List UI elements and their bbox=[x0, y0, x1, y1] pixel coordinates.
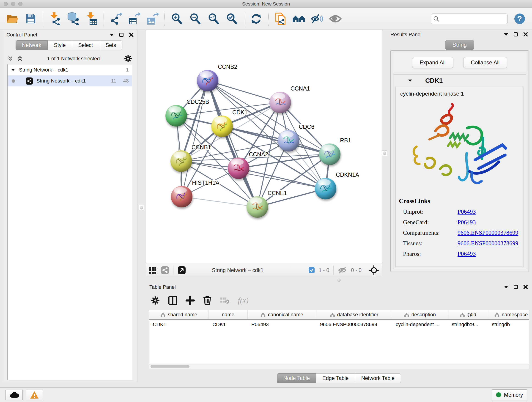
add-column-icon[interactable] bbox=[186, 296, 195, 305]
function-builder-icon[interactable]: f(x) bbox=[238, 296, 249, 305]
table-row[interactable]: CDK1CDK1P064939606.ENSP00000378699cyclin… bbox=[149, 320, 529, 329]
table-cell[interactable]: stringdb:9... bbox=[448, 320, 488, 329]
table-hscrollbar[interactable] bbox=[149, 364, 529, 369]
panel-float-icon[interactable] bbox=[119, 33, 123, 37]
tab-string[interactable]: String bbox=[445, 40, 474, 50]
grid-view-icon[interactable] bbox=[149, 266, 157, 274]
network-node-CCNB2[interactable] bbox=[197, 70, 218, 91]
table-cell[interactable]: P06493 bbox=[248, 320, 317, 329]
left-splitter-handle[interactable] bbox=[139, 205, 144, 211]
network-node-CCNA2[interactable] bbox=[228, 157, 249, 179]
network-node-CCNE1[interactable] bbox=[247, 196, 268, 218]
network-node-CDK1[interactable] bbox=[211, 115, 233, 137]
crosslink-link[interactable]: 9606.ENSP00000378699 bbox=[457, 230, 518, 236]
table-cell[interactable]: CDK1 bbox=[149, 320, 209, 329]
string-view-icon[interactable] bbox=[161, 266, 169, 274]
tab-network-table[interactable]: Network Table bbox=[355, 373, 401, 383]
export-image-icon[interactable] bbox=[146, 12, 159, 26]
export-network-icon[interactable] bbox=[109, 12, 122, 26]
tab-select[interactable]: Select bbox=[72, 40, 99, 50]
network-node-CDC6[interactable] bbox=[278, 130, 299, 152]
panel-menu-caret-icon[interactable] bbox=[504, 33, 508, 36]
import-network-file-icon[interactable] bbox=[49, 12, 61, 26]
tab-sets[interactable]: Sets bbox=[99, 40, 122, 50]
collapse-all-button[interactable]: Collapse All bbox=[463, 57, 507, 68]
selected-checkbox-icon[interactable] bbox=[309, 267, 315, 273]
panel-close-icon[interactable] bbox=[523, 32, 528, 37]
export-table-icon[interactable] bbox=[128, 12, 141, 26]
column-header-description[interactable]: description bbox=[392, 310, 448, 319]
column-header--id[interactable]: @id bbox=[448, 310, 488, 319]
network-node-RB1[interactable] bbox=[319, 143, 341, 165]
crosshair-icon[interactable] bbox=[369, 265, 379, 275]
save-session-icon[interactable] bbox=[24, 12, 37, 26]
panel-menu-caret-icon[interactable] bbox=[504, 286, 508, 288]
first-neighbors-icon[interactable] bbox=[292, 12, 305, 26]
network-node-CDKN1A[interactable] bbox=[315, 178, 336, 199]
panel-close-icon[interactable] bbox=[523, 285, 528, 289]
table-cell[interactable]: cyclin-dependent ... bbox=[392, 320, 448, 329]
panel-float-icon[interactable] bbox=[514, 285, 518, 289]
table-cell[interactable]: stringdb bbox=[488, 320, 529, 329]
tree-expand-caret-icon[interactable] bbox=[11, 69, 15, 71]
warnings-button[interactable] bbox=[26, 390, 43, 400]
crosslink-link[interactable]: P06493 bbox=[457, 219, 476, 226]
zoom-out-icon[interactable] bbox=[189, 12, 202, 26]
open-file-icon[interactable] bbox=[6, 12, 19, 26]
column-header-database-identifier[interactable]: database identifier bbox=[317, 310, 392, 319]
crosslink-link[interactable]: P06493 bbox=[457, 250, 476, 257]
collapse-all-icon[interactable] bbox=[7, 56, 13, 62]
memory-button[interactable]: Memory bbox=[492, 389, 527, 400]
crosslink-link[interactable]: 9606.ENSP00000378699 bbox=[457, 240, 518, 247]
expand-all-icon[interactable] bbox=[17, 56, 23, 62]
network-node-HIST1H1A[interactable] bbox=[171, 186, 192, 207]
network-edge[interactable] bbox=[182, 197, 257, 207]
panel-float-icon[interactable] bbox=[514, 32, 518, 36]
table-cell[interactable]: CDK1 bbox=[209, 320, 248, 329]
column-header-namespace[interactable]: namespace bbox=[488, 310, 529, 319]
column-header-shared-name[interactable]: shared name bbox=[149, 310, 209, 319]
tab-style[interactable]: Style bbox=[48, 40, 72, 50]
expand-all-button[interactable]: Expand All bbox=[412, 57, 453, 68]
entry-collapse-caret-icon[interactable] bbox=[408, 80, 412, 82]
new-network-from-selection-icon[interactable] bbox=[274, 12, 287, 26]
network-node-CDC25B[interactable] bbox=[165, 105, 187, 127]
search-box[interactable] bbox=[431, 13, 508, 24]
table-settings-gear-icon[interactable] bbox=[151, 296, 160, 305]
show-all-eye-icon[interactable] bbox=[329, 12, 342, 26]
zoom-selected-icon[interactable] bbox=[225, 12, 238, 26]
column-header-canonical-name[interactable]: canonical name bbox=[248, 310, 317, 319]
protein-entry-header[interactable]: CDK1 bbox=[393, 75, 526, 87]
horizontal-splitter-handle[interactable] bbox=[336, 277, 342, 283]
network-row[interactable]: String Network – cdk1 11 48 bbox=[7, 75, 132, 86]
window-zoom-light[interactable] bbox=[18, 2, 22, 6]
hidden-eye-icon[interactable] bbox=[338, 267, 347, 274]
import-network-database-icon[interactable] bbox=[67, 12, 80, 26]
zoom-in-icon[interactable] bbox=[171, 12, 183, 26]
network-collection-row[interactable]: String Network – cdk1 1 bbox=[7, 64, 132, 75]
window-minimize-light[interactable] bbox=[11, 2, 15, 6]
column-header-name[interactable]: name bbox=[209, 310, 248, 319]
network-edge[interactable] bbox=[208, 81, 280, 102]
node-table[interactable]: shared namenamecanonical namedatabase id… bbox=[149, 310, 529, 369]
hide-selected-eye-icon[interactable] bbox=[311, 12, 323, 26]
search-input[interactable] bbox=[441, 16, 503, 22]
tab-edge-table[interactable]: Edge Table bbox=[316, 373, 355, 383]
tab-network[interactable]: Network bbox=[16, 40, 48, 50]
tab-node-table[interactable]: Node Table bbox=[277, 373, 316, 383]
open-in-window-icon[interactable] bbox=[177, 266, 186, 274]
hscrollbar-thumb[interactable] bbox=[151, 365, 190, 368]
window-close-light[interactable] bbox=[4, 2, 8, 6]
table-cell[interactable]: 9606.ENSP00000378699 bbox=[317, 320, 392, 329]
delete-table-icon[interactable] bbox=[220, 297, 230, 304]
network-canvas[interactable]: CCNB2CCNA1CDC25BCDK1CDC6RB1CCNB1CCNA2CDK… bbox=[146, 30, 382, 264]
delete-column-trash-icon[interactable] bbox=[203, 295, 212, 306]
help-icon[interactable]: ? bbox=[513, 12, 526, 26]
zoom-fit-icon[interactable] bbox=[207, 12, 220, 26]
show-columns-icon[interactable] bbox=[168, 296, 177, 305]
gear-icon[interactable] bbox=[124, 55, 132, 63]
panel-close-icon[interactable] bbox=[129, 32, 133, 37]
network-node-CCNA1[interactable] bbox=[269, 92, 291, 113]
crosslink-link[interactable]: P06493 bbox=[457, 208, 476, 215]
import-table-file-icon[interactable] bbox=[85, 12, 98, 26]
